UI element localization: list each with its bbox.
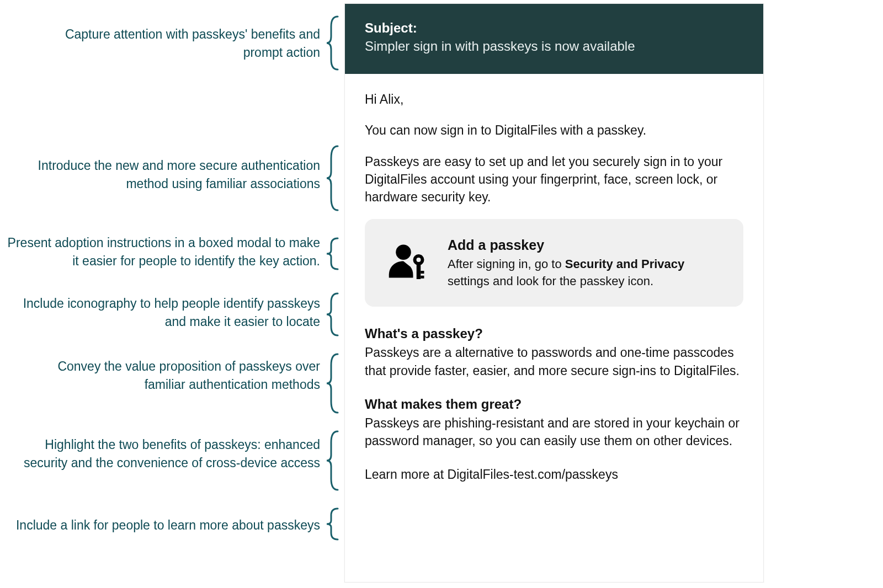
callout-desc-after: settings and look for the passkey icon. bbox=[448, 274, 653, 288]
add-passkey-callout: Add a passkey After signing in, go to Se… bbox=[365, 219, 743, 307]
greeting: Hi Alix, bbox=[365, 90, 743, 108]
section-what-makes-them-great-text: Passkeys are phishing-resistant and are … bbox=[365, 414, 743, 450]
section-what-makes-them-great-title: What makes them great? bbox=[365, 395, 743, 414]
section-whats-a-passkey-text: Passkeys are a alternative to passwords … bbox=[365, 344, 743, 379]
bracket-icon bbox=[327, 430, 341, 493]
bracket-icon bbox=[327, 353, 341, 416]
person-passkey-icon bbox=[387, 240, 431, 285]
svg-point-2 bbox=[417, 258, 421, 262]
svg-rect-4 bbox=[421, 271, 424, 274]
svg-rect-5 bbox=[421, 276, 424, 279]
callout-desc-before: After signing in, go to bbox=[448, 257, 565, 271]
section-whats-a-passkey-title: What's a passkey? bbox=[365, 324, 743, 343]
annotation-5: Convey the value proposition of passkeys… bbox=[22, 357, 320, 394]
svg-point-0 bbox=[396, 245, 411, 260]
annotation-1: Capture attention with passkeys' benefit… bbox=[33, 25, 320, 62]
svg-rect-3 bbox=[417, 264, 421, 280]
annotation-6: Highlight the two benefits of passkeys: … bbox=[0, 436, 320, 473]
email-header: Subject: Simpler sign in with passkeys i… bbox=[345, 4, 763, 74]
annotation-2: Introduce the new and more secure authen… bbox=[6, 157, 320, 194]
intro-paragraph: You can now sign in to DigitalFiles with… bbox=[365, 121, 743, 139]
callout-text: Add a passkey After signing in, go to Se… bbox=[448, 236, 725, 290]
subject-line: Simpler sign in with passkeys is now ava… bbox=[365, 39, 635, 54]
email-card: Subject: Simpler sign in with passkeys i… bbox=[344, 3, 764, 582]
annotation-7: Include a link for people to learn more … bbox=[0, 516, 320, 534]
bracket-icon bbox=[327, 507, 341, 543]
callout-description: After signing in, go to Security and Pri… bbox=[448, 256, 725, 290]
callout-desc-bold: Security and Privacy bbox=[565, 257, 684, 271]
description-paragraph: Passkeys are easy to set up and let you … bbox=[365, 153, 743, 206]
bracket-icon bbox=[327, 237, 341, 272]
bracket-icon bbox=[327, 15, 341, 73]
learn-more-prefix: Learn more at bbox=[365, 467, 448, 482]
callout-title: Add a passkey bbox=[448, 236, 725, 255]
subject-label: Subject: bbox=[365, 20, 743, 36]
learn-more-line: Learn more at DigitalFiles-test.com/pass… bbox=[365, 466, 743, 483]
annotation-3: Present adoption instructions in a boxed… bbox=[6, 234, 320, 271]
learn-more-link[interactable]: DigitalFiles-test.com/passkeys bbox=[448, 467, 618, 482]
annotation-4: Include iconography to help people ident… bbox=[0, 295, 320, 332]
bracket-icon bbox=[327, 292, 341, 339]
bracket-icon bbox=[327, 145, 341, 213]
email-body: Hi Alix, You can now sign in to DigitalF… bbox=[345, 74, 763, 483]
